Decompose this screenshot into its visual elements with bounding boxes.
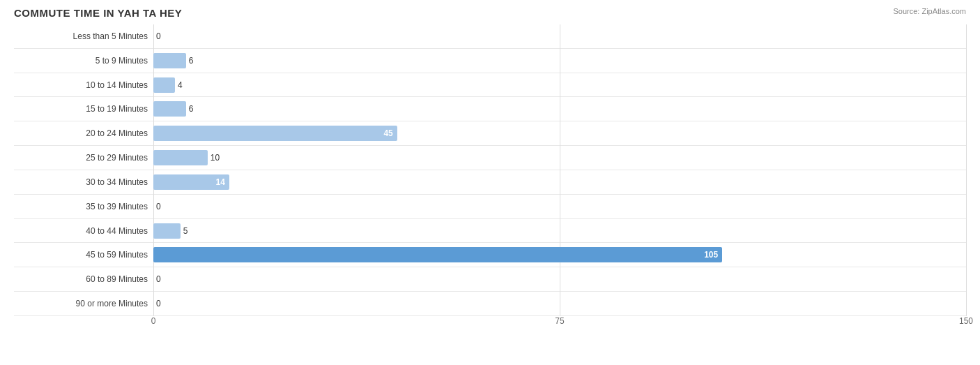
table-row: 90 or more Minutes0 (14, 292, 966, 316)
bar-fill: 4 (153, 77, 175, 93)
table-row: 15 to 19 Minutes6 (14, 97, 966, 121)
chart-area: Less than 5 Minutes05 to 9 Minutes610 to… (14, 24, 966, 334)
bar-label: 35 to 39 Minutes (14, 202, 153, 211)
bar-label: 45 to 59 Minutes (14, 250, 153, 260)
bar-label: 60 to 89 Minutes (14, 274, 153, 284)
bar-label: 15 to 19 Minutes (14, 104, 153, 114)
bar-value: 105 (704, 250, 718, 260)
bars-section: Less than 5 Minutes05 to 9 Minutes610 to… (14, 24, 966, 316)
table-row: Less than 5 Minutes0 (14, 24, 966, 49)
bar-label: 90 or more Minutes (14, 299, 153, 308)
bar-track: 5 (153, 219, 966, 243)
bar-track: 0 (153, 292, 966, 315)
table-row: 60 to 89 Minutes0 (14, 267, 966, 292)
bar-track: 0 (153, 267, 966, 291)
source-text: Source: ZipAtlas.com (893, 7, 966, 15)
bar-value: 6 (189, 104, 194, 114)
bar-track: 0 (153, 24, 966, 48)
bar-label: 25 to 29 Minutes (14, 153, 153, 163)
bar-track: 6 (153, 97, 966, 121)
bar-value: 10 (210, 153, 220, 163)
table-row: 35 to 39 Minutes0 (14, 195, 966, 219)
bar-label: Less than 5 Minutes (14, 31, 153, 41)
bar-value: 4 (178, 80, 183, 90)
bar-fill: 10 (153, 150, 208, 165)
table-row: 10 to 14 Minutes4 (14, 73, 966, 98)
bar-fill: 5 (153, 223, 181, 239)
bar-value: 0 (156, 202, 161, 211)
bar-value: 5 (183, 226, 188, 236)
x-axis-tick: 75 (555, 316, 564, 326)
bar-track: 4 (153, 73, 966, 97)
bar-track: 14 (153, 170, 966, 194)
bar-label: 30 to 34 Minutes (14, 177, 153, 187)
bar-track: 0 (153, 195, 966, 218)
x-axis-container: 075150 (153, 316, 966, 334)
x-axis-tick: 150 (959, 316, 973, 326)
bar-track: 10 (153, 146, 966, 170)
table-row: 45 to 59 Minutes105 (14, 243, 966, 267)
bar-fill: 6 (153, 53, 186, 68)
chart-title: COMMUTE TIME IN YAH TA HEY (14, 7, 966, 19)
bar-value: 6 (189, 56, 194, 66)
table-row: 20 to 24 Minutes45 (14, 121, 966, 146)
bar-track: 6 (153, 49, 966, 73)
grid-line (966, 24, 967, 316)
bar-value: 0 (156, 299, 161, 308)
table-row: 30 to 34 Minutes14 (14, 170, 966, 195)
bar-fill: 105 (153, 247, 722, 262)
bar-fill: 6 (153, 101, 186, 117)
chart-container: COMMUTE TIME IN YAH TA HEY Source: ZipAt… (0, 0, 980, 365)
bar-label: 40 to 44 Minutes (14, 226, 153, 236)
table-row: 40 to 44 Minutes5 (14, 219, 966, 244)
bar-label: 5 to 9 Minutes (14, 56, 153, 66)
bar-label: 20 to 24 Minutes (14, 128, 153, 138)
bar-track: 105 (153, 243, 966, 267)
bar-value: 0 (156, 274, 161, 284)
table-row: 5 to 9 Minutes6 (14, 49, 966, 73)
table-row: 25 to 29 Minutes10 (14, 146, 966, 170)
x-axis-tick: 0 (151, 316, 156, 326)
bar-value: 45 (383, 128, 392, 138)
bar-value: 0 (156, 31, 161, 41)
bar-value: 14 (215, 177, 224, 187)
bar-fill: 45 (153, 126, 397, 141)
bar-fill: 14 (153, 174, 229, 190)
bar-label: 10 to 14 Minutes (14, 80, 153, 90)
bar-track: 45 (153, 121, 966, 145)
